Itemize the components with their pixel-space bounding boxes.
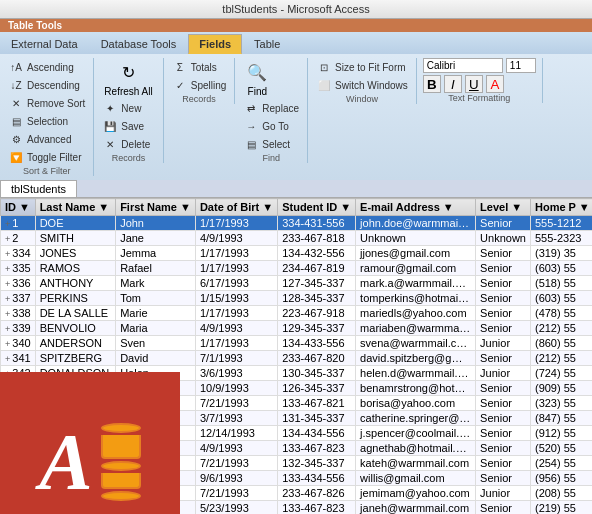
- cell-0: +341: [1, 351, 36, 366]
- cell-4: 126-345-337: [278, 381, 356, 396]
- cell-0: +340: [1, 336, 36, 351]
- replace-button[interactable]: ⇄ Replace: [241, 99, 301, 117]
- row-expander[interactable]: +: [5, 324, 10, 334]
- advanced-button[interactable]: ⚙ Advanced: [6, 130, 73, 148]
- row-expander[interactable]: +: [5, 339, 10, 349]
- row-expander[interactable]: +: [5, 354, 10, 364]
- refresh-all-button[interactable]: ↻ Refresh All: [100, 58, 156, 99]
- col-header-homep[interactable]: Home P ▼: [530, 199, 592, 216]
- table-row[interactable]: +2SMITHJane4/9/1993233-467-818UnknownUnk…: [1, 231, 593, 246]
- col-header-firstname[interactable]: First Name ▼: [116, 199, 196, 216]
- cell-3: 3/7/1993: [195, 411, 277, 426]
- cell-0: +336: [1, 276, 36, 291]
- tab-database-tools[interactable]: Database Tools: [90, 34, 188, 54]
- cell-5: kateh@warmmail.com: [356, 456, 476, 471]
- cell-7: (212) 55: [530, 351, 592, 366]
- cell-3: 3/6/1993: [195, 366, 277, 381]
- italic-button[interactable]: I: [444, 75, 462, 93]
- col-header-level[interactable]: Level ▼: [476, 199, 531, 216]
- table-row[interactable]: +1DOEJohn1/17/1993334-431-556john.doe@wa…: [1, 216, 593, 231]
- tab-fields[interactable]: Fields: [188, 34, 242, 54]
- row-expander[interactable]: +: [5, 234, 10, 244]
- cell-5: mariaben@warmmail.com: [356, 321, 476, 336]
- cell-2: Jane: [116, 231, 196, 246]
- window-title: tblStudents - Microsoft Access: [222, 3, 369, 15]
- new-record-button[interactable]: ✦ New: [100, 99, 143, 117]
- delete-button[interactable]: ✕ Delete: [100, 135, 152, 153]
- col-header-studentid[interactable]: Student ID ▼: [278, 199, 356, 216]
- size-to-fit-button[interactable]: ⊡ Size to Fit Form: [314, 58, 408, 76]
- toggle-filter-button[interactable]: 🔽 Toggle Filter: [6, 148, 83, 166]
- cell-5: jjones@gmail.com: [356, 246, 476, 261]
- switch-windows-button[interactable]: ⬜ Switch Windows: [314, 76, 410, 94]
- table-row[interactable]: +335RAMOSRafael1/17/1993234-467-819ramou…: [1, 261, 593, 276]
- col-header-lastname[interactable]: Last Name ▼: [35, 199, 116, 216]
- title-bar: tblStudents - Microsoft Access: [0, 0, 592, 19]
- cell-7: (912) 55: [530, 426, 592, 441]
- cell-3: 1/15/1993: [195, 291, 277, 306]
- table-row[interactable]: +336ANTHONYMark6/17/1993127-345-337mark.…: [1, 276, 593, 291]
- cell-3: 7/21/1993: [195, 456, 277, 471]
- table-row[interactable]: +337PERKINSTom1/15/1993128-345-337tomper…: [1, 291, 593, 306]
- goto-button[interactable]: → Go To: [241, 117, 291, 135]
- font-name-input[interactable]: [423, 58, 503, 73]
- descending-button[interactable]: ↓Z Descending: [6, 76, 82, 94]
- selection-button[interactable]: ▤ Selection: [6, 112, 70, 130]
- cell-5: david.spitzberg@gmail.com: [356, 351, 476, 366]
- select-button[interactable]: ▤ Select: [241, 135, 292, 153]
- totals-button[interactable]: Σ Totals: [170, 58, 219, 76]
- totals-icon: Σ: [172, 59, 188, 75]
- table-row[interactable]: +334JONESJemma1/17/1993134-432-556jjones…: [1, 246, 593, 261]
- cell-6: Senior: [476, 381, 531, 396]
- cell-0: +337: [1, 291, 36, 306]
- db-disk-bottom: [101, 461, 141, 471]
- cell-1: ANTHONY: [35, 276, 116, 291]
- table-row[interactable]: +339BENVOLIOMaria4/9/1993129-345-337mari…: [1, 321, 593, 336]
- row-expander[interactable]: +: [5, 309, 10, 319]
- table-row[interactable]: +340ANDERSONSven1/17/1993134-433-556sven…: [1, 336, 593, 351]
- cell-6: Senior: [476, 246, 531, 261]
- cell-5: willis@gmail.com: [356, 471, 476, 486]
- tab-table[interactable]: Table: [243, 34, 291, 54]
- spelling-button[interactable]: ✓ Spelling: [170, 76, 229, 94]
- bold-button[interactable]: B: [423, 75, 441, 93]
- tblstudents-tab[interactable]: tblStudents: [0, 180, 77, 197]
- table-row[interactable]: +341SPITZBERGDavid7/1/1993233-467-820dav…: [1, 351, 593, 366]
- cell-4: 233-467-820: [278, 351, 356, 366]
- delete-icon: ✕: [102, 136, 118, 152]
- cell-1: PERKINS: [35, 291, 116, 306]
- cell-3: 5/23/1993: [195, 501, 277, 515]
- cell-4: 133-467-821: [278, 396, 356, 411]
- cell-4: 129-345-337: [278, 321, 356, 336]
- underline-button[interactable]: U: [465, 75, 483, 93]
- tab-external-data[interactable]: External Data: [0, 34, 89, 54]
- col-header-id[interactable]: ID ▼: [1, 199, 36, 216]
- col-header-dob[interactable]: Date of Birt ▼: [195, 199, 277, 216]
- row-expander[interactable]: +: [5, 249, 10, 259]
- find-button[interactable]: 🔍 Find: [241, 58, 273, 99]
- selection-icon: ▤: [8, 113, 24, 129]
- row-expander[interactable]: +: [5, 219, 10, 229]
- row-expander[interactable]: +: [5, 294, 10, 304]
- table-row[interactable]: +338DE LA SALLEMarie1/17/1993223-467-918…: [1, 306, 593, 321]
- remove-sort-button[interactable]: ✕ Remove Sort: [6, 94, 87, 112]
- col-header-email[interactable]: E-mail Address ▼: [356, 199, 476, 216]
- save-button[interactable]: 💾 Save: [100, 117, 146, 135]
- cell-6: Senior: [476, 321, 531, 336]
- cell-7: (323) 55: [530, 396, 592, 411]
- cell-7: (724) 55: [530, 366, 592, 381]
- find-icon: 🔍: [245, 60, 269, 84]
- cell-6: Junior: [476, 366, 531, 381]
- cell-6: Unknown: [476, 231, 531, 246]
- totals-group: Σ Totals ✓ Spelling Records: [170, 58, 236, 104]
- cell-5: tomperkins@hotmail.com: [356, 291, 476, 306]
- remove-sort-icon: ✕: [8, 95, 24, 111]
- cell-3: 4/9/1993: [195, 231, 277, 246]
- row-expander[interactable]: +: [5, 264, 10, 274]
- ascending-button[interactable]: ↑A Ascending: [6, 58, 76, 76]
- row-expander[interactable]: +: [5, 279, 10, 289]
- cell-4: 128-345-337: [278, 291, 356, 306]
- cell-7: (860) 55: [530, 336, 592, 351]
- font-size-input[interactable]: [506, 58, 536, 73]
- font-color-button[interactable]: A: [486, 75, 504, 93]
